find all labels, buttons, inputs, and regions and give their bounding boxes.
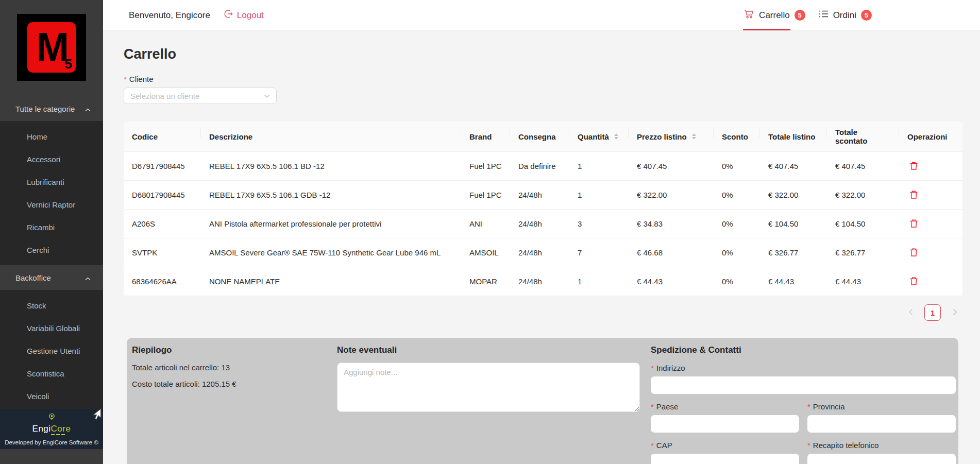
developer-credit: Developed by EngiCore Software © [5, 439, 98, 445]
cell-descrizione: AMSOIL Severe Gear® SAE 75W-110 Syntheti… [201, 238, 461, 267]
col-quantita-sortable[interactable]: Quantità [569, 122, 629, 152]
logout-button[interactable]: Logout [224, 9, 264, 21]
tab-carrello[interactable]: Carrello 5 [744, 0, 805, 30]
cell-descrizione: REBEL 17X9 6X5.5 106.1 BD -12 [201, 152, 461, 181]
col-codice: Codice [124, 122, 201, 152]
sidebar-item[interactable]: Lubrificanti [0, 170, 103, 193]
notes-textarea[interactable] [337, 363, 640, 412]
cart-icon [744, 9, 754, 21]
cart-table-card: Codice Descrizione Brand Consegna Quanti… [124, 122, 962, 296]
next-page-button[interactable] [947, 304, 962, 321]
sidebar-section-label: Backoffice [15, 273, 51, 282]
cell-consegna: 24/48h [510, 267, 569, 296]
orders-count-badge: 5 [861, 10, 872, 21]
col-prezzo-listino-sortable[interactable]: Prezzo listino [629, 122, 714, 152]
delete-item-button[interactable] [907, 276, 920, 287]
cell-consegna: 24/48h [510, 210, 569, 238]
cell-descrizione: REBEL 17X9 6X5.5 106.1 GDB -12 [201, 181, 461, 210]
cell-consegna: Da definire [510, 152, 569, 181]
sidebar-item[interactable]: Home [0, 125, 103, 148]
cell-totale-listino: € 326.77 [760, 238, 827, 267]
chevron-left-icon [908, 308, 913, 317]
sidebar-item[interactable]: Veicoli [0, 385, 103, 407]
select-placeholder: Seleziona un cliente [130, 92, 199, 100]
cell-brand: AMSOIL [461, 238, 510, 267]
sidebar-item[interactable]: Scontistica [0, 362, 103, 385]
cell-sconto: 0% [714, 238, 760, 267]
table-header-row: Codice Descrizione Brand Consegna Quanti… [124, 122, 962, 152]
delete-item-button[interactable] [907, 218, 920, 229]
field-recapito: *Recapito telefonico [807, 433, 956, 464]
sidebar-item[interactable]: Ricambi [0, 216, 103, 238]
delete-item-button[interactable] [907, 247, 920, 258]
sidebar-section-label: Tutte le categorie [15, 105, 75, 113]
delete-item-button[interactable] [907, 160, 920, 171]
field-indirizzo: *Indirizzo [651, 355, 956, 394]
client-select[interactable]: Seleziona un cliente [124, 88, 277, 104]
delete-item-button[interactable] [907, 189, 920, 200]
sidebar-item[interactable]: Gestione Utenti [0, 339, 103, 362]
col-consegna: Consegna [510, 122, 569, 152]
cell-brand: Fuel 1PC [461, 152, 510, 181]
cell-brand: Fuel 1PC [461, 181, 510, 210]
sidebar-section-categorie[interactable]: Tutte le categorie [0, 96, 103, 121]
m5-logo-icon: M 5 [27, 22, 76, 73]
page-content: Carrello * Cliente Seleziona un cliente … [103, 31, 980, 464]
sidebar-item[interactable]: Variabili Globali [0, 317, 103, 339]
logout-label: Logout [237, 10, 264, 21]
field-provincia: *Provincia [807, 394, 956, 433]
cell-codice: D68017908445 [124, 181, 201, 210]
cell-consegna: 24/48h [510, 181, 569, 210]
cell-descrizione: ANI Pistola aftermarket professionale pe… [201, 210, 461, 238]
backoffice-menu: StockVariabili GlobaliGestione UtentiSco… [0, 290, 103, 411]
cell-operazioni [899, 152, 962, 181]
tab-label: Ordini [833, 10, 856, 21]
summary-section: Riepilogo Totale articoli nel carrello: … [127, 338, 335, 464]
shipping-title: Spedizione & Contatti [651, 345, 956, 355]
app-logo: M 5 [17, 14, 86, 81]
sidebar-section-backoffice[interactable]: Backoffice [0, 265, 103, 290]
cell-prezzo-listino: € 322.00 [629, 181, 714, 210]
engicore-pin-icon [48, 413, 56, 423]
cell-totale-scontato: € 44.43 [827, 267, 899, 296]
page-number-button[interactable]: 1 [924, 304, 941, 321]
cell-totale-scontato: € 322.00 [827, 181, 899, 210]
cell-totale-listino: € 104.50 [760, 210, 827, 238]
indirizzo-input[interactable] [651, 376, 956, 394]
col-sconto: Sconto [714, 122, 760, 152]
chevron-up-icon [85, 105, 91, 113]
cell-brand: MOPAR [461, 267, 510, 296]
sidebar-item[interactable]: Vernici Raptor [0, 193, 103, 216]
recapito-telefonico-input[interactable] [807, 454, 956, 464]
cart-table: Codice Descrizione Brand Consegna Quanti… [124, 122, 962, 296]
field-paese: *Paese [651, 394, 799, 433]
paese-input[interactable] [651, 415, 799, 433]
cart-table-body: D67917908445 REBEL 17X9 6X5.5 106.1 BD -… [124, 152, 962, 296]
sidebar-item[interactable]: Cerchi [0, 238, 103, 261]
cap-input[interactable] [651, 454, 799, 464]
required-mark: * [124, 75, 127, 83]
client-field-label: * Cliente [124, 75, 962, 83]
pagination: 1 [124, 304, 962, 321]
main-area: Benvenuto, Engicore Logout Carrello 5 Or… [103, 0, 980, 464]
summary-title: Riepilogo [132, 345, 335, 355]
cell-prezzo-listino: € 46.68 [629, 238, 714, 267]
sidebar-item[interactable]: Stock [0, 294, 103, 317]
provincia-input[interactable] [807, 415, 956, 433]
tab-ordini[interactable]: Ordini 5 [819, 0, 872, 30]
logout-icon [224, 9, 233, 21]
table-row: 68364626AA NONE NAMEPLATE MOPAR 24/48h 1… [124, 267, 962, 296]
cell-consegna: 24/48h [510, 238, 569, 267]
sidebar-item[interactable]: Accessori [0, 148, 103, 170]
top-header: Benvenuto, Engicore Logout Carrello 5 Or… [103, 0, 980, 31]
notes-title: Note eventuali [337, 345, 643, 355]
category-menu: HomeAccessoriLubrificantiVernici RaptorR… [0, 121, 103, 265]
col-brand: Brand [461, 122, 510, 152]
prev-page-button[interactable] [903, 304, 918, 321]
cell-sconto: 0% [714, 267, 760, 296]
cell-sconto: 0% [714, 152, 760, 181]
cell-operazioni [899, 181, 962, 210]
cart-count-badge: 5 [795, 10, 805, 21]
cell-quantita: 1 [569, 181, 629, 210]
col-operazioni: Operazioni [899, 122, 962, 152]
